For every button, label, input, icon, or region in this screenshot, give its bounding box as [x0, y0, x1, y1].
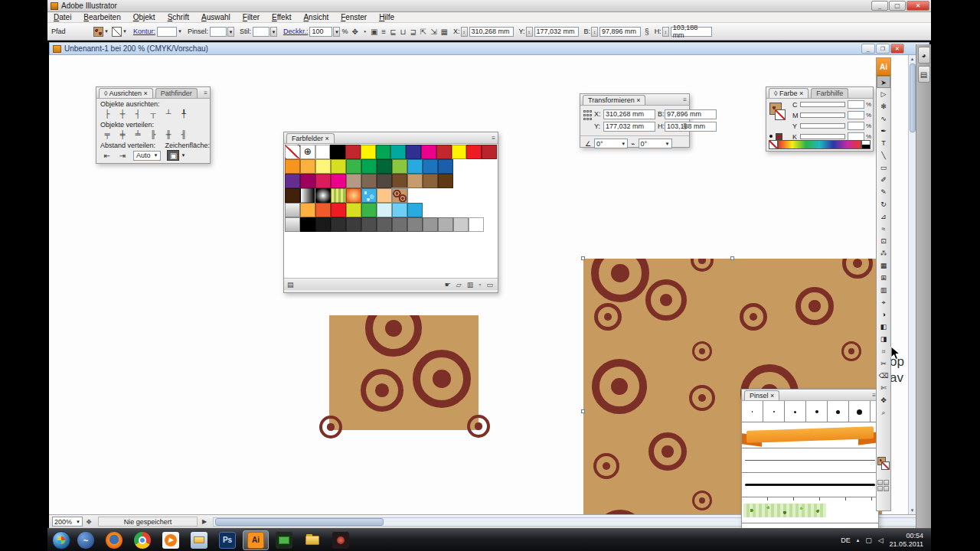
channel-slider[interactable] — [800, 102, 845, 107]
hand-tool[interactable]: ✥ — [877, 394, 890, 406]
menu-auswahl[interactable]: Auswahl — [195, 13, 237, 21]
align-button-icon[interactable]: ╢ — [176, 129, 191, 139]
taskbar-device[interactable] — [328, 530, 354, 550]
swatch[interactable] — [315, 203, 331, 217]
start-button[interactable] — [52, 531, 70, 549]
align-button-icon[interactable]: ┼ — [115, 109, 130, 119]
swatch[interactable] — [300, 159, 315, 174]
align-button-icon[interactable]: ╟ — [145, 129, 161, 139]
swatch[interactable] — [392, 217, 407, 232]
swatch[interactable] — [331, 159, 346, 174]
free-transform-tool[interactable]: ⊡ — [877, 235, 890, 247]
swatch[interactable] — [315, 174, 331, 188]
swatch[interactable] — [469, 217, 484, 232]
scroll-down-icon[interactable]: ▼ — [909, 507, 916, 514]
swatch[interactable] — [300, 217, 315, 232]
control-icon[interactable]: ⊔ — [400, 28, 407, 36]
calligraphic-brush[interactable] — [806, 401, 828, 422]
swatch[interactable] — [392, 203, 407, 217]
swatch[interactable] — [423, 174, 438, 188]
floral-pattern-brush[interactable] — [742, 497, 878, 523]
taskbar-explorer[interactable] — [186, 530, 212, 550]
swatch[interactable] — [285, 203, 300, 217]
pen-tool[interactable]: ✒ — [877, 125, 890, 137]
horizontal-scroll-thumb[interactable] — [215, 518, 384, 526]
swatch[interactable] — [315, 217, 331, 232]
stroke-weight-link[interactable]: Kontur: — [133, 28, 155, 35]
x-stepper[interactable]: ↕ — [461, 27, 468, 37]
swatch[interactable] — [285, 188, 300, 203]
paintbrush-tool[interactable]: ✐ — [877, 174, 890, 186]
lasso-tool[interactable]: ∿ — [877, 112, 890, 125]
clock[interactable]: 00:54 21.05.2011 — [890, 532, 923, 549]
stroke-color-swatch[interactable] — [112, 27, 122, 37]
minimize-button[interactable]: _ — [871, 1, 888, 11]
control-icon[interactable]: ≡ — [381, 28, 386, 36]
swatch[interactable] — [315, 145, 331, 159]
tab-pathfinder[interactable]: Pathfinder — [155, 88, 198, 98]
opacity-field[interactable]: 100 — [309, 27, 332, 37]
swatch[interactable] — [452, 145, 467, 159]
calligraphic-brush[interactable] — [849, 401, 871, 422]
control-icon[interactable]: ⊒ — [410, 28, 416, 36]
x-field[interactable]: 310,268 mm — [469, 27, 514, 37]
spacing-auto-dropdown[interactable]: Auto▼ — [133, 151, 161, 161]
width-field[interactable]: 97,896 mm — [599, 27, 641, 37]
display-tray-icon[interactable]: ▢ — [865, 536, 872, 544]
doc-minimize-button[interactable]: _ — [861, 44, 875, 54]
control-icon[interactable]: ⇲ — [430, 28, 436, 36]
swatch[interactable] — [377, 203, 392, 217]
tab-farbfelder[interactable]: Farbfelder × — [286, 133, 335, 143]
color-spectrum-bar[interactable] — [778, 140, 861, 149]
align-button-icon[interactable]: ╪ — [115, 129, 130, 139]
taskbar-photoshop[interactable]: Ps — [214, 530, 240, 550]
taskbar-folder[interactable] — [299, 530, 325, 550]
spectrum-bw-swatch[interactable] — [861, 140, 871, 149]
reference-point-locator[interactable] — [583, 110, 593, 130]
height-stepper[interactable]: ↕ — [662, 27, 669, 37]
swatch[interactable] — [361, 145, 376, 159]
align-to-artboard-button[interactable]: ▣ — [167, 150, 179, 161]
swatch[interactable] — [407, 174, 423, 188]
magic-wand-tool[interactable]: ✻ — [877, 100, 890, 112]
live-paint-selection-tool[interactable]: ◨ — [877, 333, 890, 345]
document-info-panel-icon[interactable]: ▤ — [918, 66, 930, 83]
calligraphic-brush[interactable] — [785, 401, 806, 422]
zoom-tool[interactable]: ⌕ — [877, 406, 890, 419]
swatch[interactable] — [331, 203, 346, 217]
swatch[interactable] — [300, 188, 315, 203]
style-dropdown[interactable]: ▼ — [270, 27, 277, 37]
swatch[interactable] — [346, 174, 361, 188]
swatch[interactable] — [377, 188, 392, 203]
swatch[interactable] — [361, 174, 377, 188]
artwork-small-pattern-square[interactable] — [329, 315, 479, 430]
swatch[interactable] — [300, 174, 315, 188]
swatch[interactable] — [346, 159, 361, 174]
swatch[interactable] — [285, 145, 300, 159]
stroke-weight-dropdown-icon[interactable]: ▼ — [178, 29, 182, 34]
banner-art-brush[interactable] — [742, 422, 878, 448]
panel-action-icon[interactable]: ▱ — [456, 281, 462, 289]
swatch[interactable] — [346, 203, 361, 217]
tf-y-field[interactable]: 177,032 mm — [603, 122, 655, 132]
menu-hilfe[interactable]: Hilfe — [373, 13, 400, 21]
channel-value-field[interactable] — [848, 111, 864, 119]
taskbar-graphics-utility[interactable] — [271, 530, 297, 550]
align-button-icon[interactable]: ╤ — [100, 129, 115, 139]
selection-handle[interactable] — [581, 409, 585, 413]
panel-action-icon[interactable]: ▫ — [479, 281, 481, 289]
stroke-weight-field[interactable] — [157, 27, 177, 37]
swatch[interactable] — [406, 145, 421, 159]
align-button-icon[interactable]: ┤ — [130, 109, 145, 119]
height-field[interactable]: 103,188 mm — [671, 27, 712, 37]
symbols-panel-icon[interactable]: ◕ — [918, 47, 930, 64]
calligraphic-brush[interactable] — [828, 401, 849, 422]
opacity-link[interactable]: Deckkr.: — [283, 28, 309, 35]
menu-schrift[interactable]: Schrift — [162, 13, 195, 21]
taskbar-chrome[interactable] — [129, 530, 155, 550]
taskbar-media-player[interactable]: ▶ — [158, 530, 184, 550]
constrain-proportions-icon[interactable]: § — [683, 122, 687, 130]
selection-handle[interactable] — [581, 256, 585, 260]
tf-width-field[interactable]: 97,896 mm — [665, 109, 717, 119]
swatch[interactable] — [407, 217, 423, 232]
